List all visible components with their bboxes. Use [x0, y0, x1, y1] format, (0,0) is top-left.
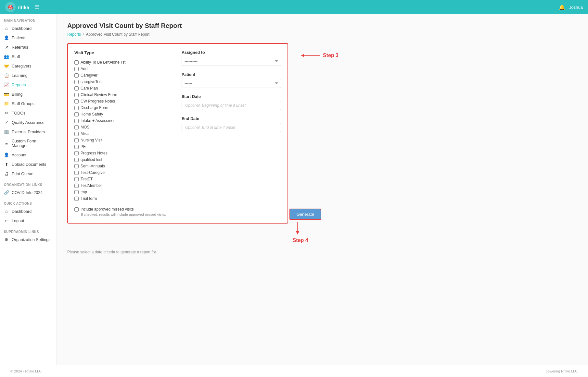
- checkbox-pe-input[interactable]: [74, 145, 79, 149]
- sidebar-item-qa[interactable]: ✓ Quality Assurance: [0, 118, 57, 127]
- breadcrumb-reports-link[interactable]: Reports: [67, 32, 81, 37]
- checkbox-semi[interactable]: Semi-Annuals: [74, 163, 174, 169]
- checkbox-caregivetest-input[interactable]: [74, 80, 79, 84]
- step3-arrow-svg: [301, 52, 320, 59]
- checkbox-tmp[interactable]: tmp: [74, 189, 174, 195]
- logo-text: ritika: [18, 5, 29, 10]
- end-date-input[interactable]: [182, 123, 281, 132]
- sidebar-item-quick-dashboard[interactable]: ⌂ Dashboard: [0, 207, 57, 216]
- sidebar-item-form-manager[interactable]: ≡ Custom Form Manager: [0, 137, 57, 150]
- include-label: Include approved missed visits: [81, 207, 134, 212]
- footer: © 2024 - Ritiko LLC powering Ritiko LLC: [0, 365, 588, 377]
- header-left: 🎯 ritika ☰: [5, 2, 40, 12]
- checkbox-cw[interactable]: CW Progress Notes: [74, 98, 174, 104]
- checkbox-discharge-input[interactable]: [74, 106, 79, 110]
- checkbox-careplan[interactable]: Care Plan: [74, 85, 174, 91]
- todos-icon: ✉: [4, 111, 9, 116]
- checkbox-testmember-label: TestMember: [81, 183, 102, 188]
- checkbox-nursing[interactable]: Nursing Visit: [74, 137, 174, 143]
- checkbox-cw-label: CW Progress Notes: [81, 99, 115, 103]
- checkbox-misc-input[interactable]: [74, 132, 79, 136]
- sidebar-item-todos[interactable]: ✉ TODOs: [0, 108, 57, 118]
- checkbox-intake[interactable]: Intake + Assessment: [74, 117, 174, 124]
- bell-icon[interactable]: 🔔: [559, 4, 565, 10]
- sidebar-label: Print Queue: [12, 172, 33, 176]
- sidebar-item-upload[interactable]: ⬆ Upload Documents: [0, 160, 57, 169]
- checkbox-home-safety[interactable]: Home Safety: [74, 111, 174, 117]
- sidebar-item-reports[interactable]: 📈 Reports: [0, 80, 57, 90]
- checkbox-cw-input[interactable]: [74, 99, 79, 103]
- checkbox-tmp-input[interactable]: [74, 190, 79, 194]
- checkbox-test-caregiver-input[interactable]: [74, 171, 79, 175]
- print-icon: 🖨: [4, 171, 9, 176]
- checkbox-testmember-input[interactable]: [74, 184, 79, 188]
- checkbox-mos[interactable]: MOS: [74, 124, 174, 130]
- include-row[interactable]: Include approved missed visits: [74, 207, 281, 212]
- checkbox-discharge-label: Discharge Form: [81, 105, 108, 110]
- sidebar-item-staff-groups[interactable]: 📁 Staff Groups: [0, 99, 57, 108]
- checkbox-semi-input[interactable]: [74, 164, 79, 168]
- sidebar-item-print[interactable]: 🖨 Print Queue: [0, 169, 57, 178]
- checkbox-careplan-input[interactable]: [74, 86, 79, 91]
- sidebar-item-dashboard[interactable]: ⌂ Dashboard: [0, 24, 57, 33]
- sidebar-label: Referrals: [12, 45, 28, 50]
- checkbox-add[interactable]: Add: [74, 66, 174, 72]
- checkbox-progress[interactable]: Progress Notes: [74, 150, 174, 156]
- checkbox-trial-input[interactable]: [74, 197, 79, 201]
- checkbox-mos-input[interactable]: [74, 125, 79, 129]
- reports-icon: 📈: [4, 82, 9, 87]
- sidebar-item-account[interactable]: 👤 Account: [0, 150, 57, 160]
- checkbox-discharge[interactable]: Discharge Form: [74, 104, 174, 111]
- checkbox-nursing-input[interactable]: [74, 138, 79, 142]
- patient-select[interactable]: ------: [182, 79, 281, 88]
- checkbox-ability-input[interactable]: [74, 60, 79, 65]
- sidebar-item-patients[interactable]: 👤 Patients: [0, 33, 57, 43]
- checkbox-testet[interactable]: TestET: [74, 176, 174, 182]
- checkbox-clinical[interactable]: Clinical Review Form: [74, 91, 174, 98]
- include-checkbox[interactable]: [74, 207, 79, 212]
- checkbox-home-safety-input[interactable]: [74, 112, 79, 116]
- sidebar-item-org-settings[interactable]: ⚙ Organization Settings: [0, 235, 57, 244]
- sidebar-item-referrals[interactable]: ↗ Referrals: [0, 43, 57, 52]
- checkbox-pe-label: PE: [81, 144, 86, 149]
- start-date-input[interactable]: [182, 101, 281, 110]
- checkbox-caregiver-input[interactable]: [74, 73, 79, 78]
- sidebar-label: COVID Info 2024: [12, 190, 43, 195]
- checkbox-caregivetest[interactable]: caregiveTest: [74, 79, 174, 85]
- checkbox-qualified-input[interactable]: [74, 158, 79, 162]
- sidebar-item-external[interactable]: 🏢 External Providers: [0, 127, 57, 137]
- checkbox-pe[interactable]: PE: [74, 143, 174, 150]
- checkbox-clinical-input[interactable]: [74, 93, 79, 97]
- checkbox-semi-label: Semi-Annuals: [81, 164, 105, 168]
- checkbox-testet-input[interactable]: [74, 177, 79, 181]
- sidebar-label: Quality Assurance: [12, 120, 45, 125]
- checkbox-clinical-label: Clinical Review Form: [81, 92, 117, 97]
- sidebar-item-billing[interactable]: 💳 Billing: [0, 90, 57, 99]
- assigned-to-select[interactable]: ----------: [182, 57, 281, 66]
- checkbox-progress-input[interactable]: [74, 151, 79, 155]
- checkbox-trial[interactable]: Trial form: [74, 195, 174, 202]
- sidebar-item-learning[interactable]: 📋 Learning: [0, 71, 57, 80]
- sidebar-label: Upload Documents: [12, 162, 46, 167]
- hamburger-icon[interactable]: ☰: [34, 4, 40, 11]
- info-text: Please select a date criteria to generat…: [67, 250, 578, 254]
- generate-button[interactable]: Generate: [289, 209, 321, 220]
- include-hint: If checked, results will include approve…: [81, 213, 281, 216]
- sidebar-item-caregivers[interactable]: 🤝 Caregivers: [0, 61, 57, 71]
- checkbox-add-input[interactable]: [74, 67, 79, 71]
- checkbox-testet-label: TestET: [81, 177, 93, 181]
- checkbox-intake-input[interactable]: [74, 119, 79, 123]
- checkbox-qualified[interactable]: qualifiedTest: [74, 156, 174, 163]
- checkbox-ability[interactable]: Ability To Be LeftAlone Tst: [74, 59, 174, 66]
- sidebar-item-staff[interactable]: 👥 Staff: [0, 52, 57, 61]
- checkbox-misc[interactable]: Misc: [74, 130, 174, 137]
- checkbox-test-caregiver[interactable]: Test-Caregiver: [74, 169, 174, 176]
- sidebar-item-logout[interactable]: ↩ Logout: [0, 216, 57, 225]
- checkbox-caregiver[interactable]: Caregiver: [74, 72, 174, 79]
- end-date-group: End Date: [182, 116, 281, 132]
- sidebar-item-covid[interactable]: 🔗 COVID Info 2024: [0, 188, 57, 197]
- referrals-icon: ↗: [4, 45, 9, 50]
- checkbox-home-safety-label: Home Safety: [81, 112, 103, 116]
- checkbox-testmember[interactable]: TestMember: [74, 182, 174, 189]
- start-date-label: Start Date: [182, 94, 281, 99]
